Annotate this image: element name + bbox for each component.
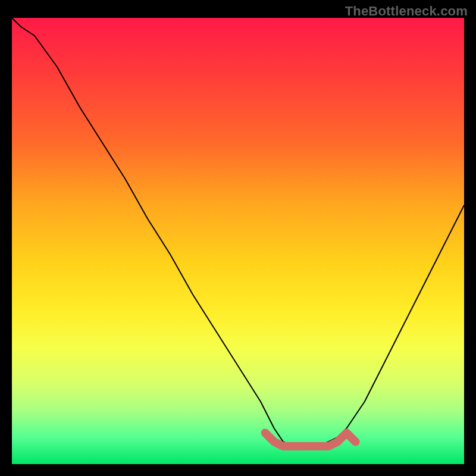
bottleneck-curve xyxy=(12,18,464,446)
plot-area xyxy=(12,18,464,464)
curve-layer xyxy=(12,18,464,464)
chart-stage: TheBottleneck.com xyxy=(0,0,476,476)
watermark-text: TheBottleneck.com xyxy=(345,4,468,19)
